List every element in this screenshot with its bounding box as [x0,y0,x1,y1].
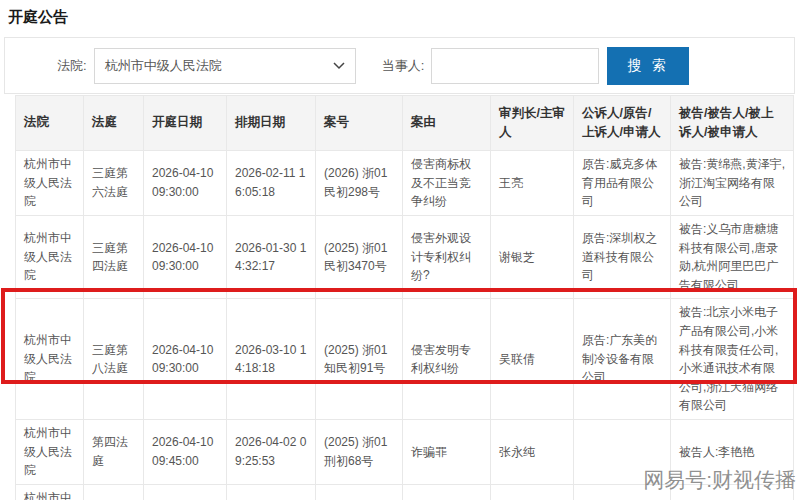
watermark: 网易号:财视传播 [643,466,796,494]
cell-judge: 吴联倩 [491,299,574,420]
cell-courtroom: 第十一法庭 [84,484,144,500]
cell-defendant: 被告:黄绵燕,黄泽宇,浙江淘宝网络有限公司 [671,151,794,216]
cell-plaintiff: 原告:威克多体育用品有限公司 [574,151,671,216]
page-title: 开庭公告 [8,8,68,27]
col-header-plaintiff: 公诉人/原告/上诉人/申请人 [574,96,671,151]
cell-judge: 谢银芝 [491,216,574,299]
cell-case-number: (2025) 浙01民初3470号 [316,216,403,299]
cell-case-number: (2026) 浙01民终293号 [316,484,403,500]
cell-court: 杭州市中级人民法院 [16,216,84,299]
filter-bar: 法院: 杭州市中级人民法院 当事人: 搜 索 [4,37,795,94]
col-header-judge: 审判长/主审人 [491,96,574,151]
cell-court: 杭州市中级人民法院 [16,419,84,484]
cell-courtroom: 三庭第六法庭 [84,151,144,216]
cell-cause: 侵害商标权及不正当竞争纠纷 [403,151,491,216]
cell-defendant: 被告:北京小米电子产品有限公司,小米科技有限责任公司,小米通讯技术有限公司,浙江… [671,299,794,420]
cell-hearing-date: 2026-04-10 09:30:00 [144,216,227,299]
cell-defendant: 被告:义乌市唐糖塘科技有限公司,唐录勋,杭州阿里巴巴广告有限公司 [671,216,794,299]
cell-cause: 侵害外观设计专利权纠纷? [403,216,491,299]
col-header-courtroom: 法庭 [84,96,144,151]
col-header-cause: 案由 [403,96,491,151]
party-input[interactable] [431,48,599,84]
cell-case-number: (2025) 浙01刑初68号 [316,419,403,484]
cell-schedule-date: 2026-04-02 09:25:53 [227,419,316,484]
cell-hearing-date: 2026-04-10 09:45:00 [144,419,227,484]
search-button[interactable]: 搜 索 [607,47,689,85]
cell-hearing-date: 2026-04-10 09:30:00 [144,299,227,420]
col-header-defendant: 被告/被告人/被上诉人/被申请人 [671,96,794,151]
cell-schedule-date: 2026-01-30 14:32:17 [227,216,316,299]
cell-plaintiff: 原告:广东美的制冷设备有限公司 [574,299,671,420]
cell-court: 杭州市中级人民法院 [16,299,84,420]
cell-schedule-date: 2026-03-10 14:18:18 [227,299,316,420]
table-row: 杭州市中级人民法院 三庭第六法庭 2026-04-10 09:30:00 202… [16,151,794,216]
col-header-court: 法院 [16,96,84,151]
cell-courtroom: 三庭第八法庭 [84,299,144,420]
court-select-value: 杭州市中级人民法院 [105,57,222,75]
cell-cause: 劳务合同纠纷 [403,484,491,500]
court-hearing-announcement-page: 开庭公告 法院: 杭州市中级人民法院 当事人: 搜 索 法院 法庭 开庭日期 排… [0,0,800,500]
hearing-table: 法院 法庭 开庭日期 排期日期 案号 案由 审判长/主审人 公诉人/原告/上诉人… [15,95,794,500]
cell-schedule-date: 2026-03-31 10:40:35 [227,484,316,500]
court-select[interactable]: 杭州市中级人民法院 [94,48,356,84]
cell-cause: 诈骗罪 [403,419,491,484]
cell-courtroom: 第四法庭 [84,419,144,484]
cell-case-number: (2025) 浙01知民初91号 [316,299,403,420]
court-select-label: 法院: [57,57,87,75]
cell-court: 杭州市中级人民法院 [16,484,84,500]
table-header-row: 法院 法庭 开庭日期 排期日期 案号 案由 审判长/主审人 公诉人/原告/上诉人… [16,96,794,151]
cell-plaintiff: 原告:深圳权之道科技有限公司 [574,216,671,299]
cell-judge: 张永纯 [491,419,574,484]
cell-cause: 侵害发明专利权纠纷 [403,299,491,420]
cell-judge: 王亮 [491,151,574,216]
cell-court: 杭州市中级人民法院 [16,151,84,216]
col-header-schedule-date: 排期日期 [227,96,316,151]
cell-hearing-date: 2026-04-10 09:30:00 [144,151,227,216]
cell-case-number: (2026) 浙01民初298号 [316,151,403,216]
cell-schedule-date: 2026-02-11 16:05:18 [227,151,316,216]
cell-judge: 周志军 [491,484,574,500]
party-input-label: 当事人: [382,57,425,75]
col-header-case-number: 案号 [316,96,403,151]
col-header-hearing-date: 开庭日期 [144,96,227,151]
cell-courtroom: 三庭第四法庭 [84,216,144,299]
cell-hearing-date: 2026-04-10 09:50:00 [144,484,227,500]
table-row-highlighted: 杭州市中级人民法院 三庭第八法庭 2026-04-10 09:30:00 202… [16,299,794,420]
table-row: 杭州市中级人民法院 三庭第四法庭 2026-04-10 09:30:00 202… [16,216,794,299]
chevron-down-icon [333,62,345,70]
